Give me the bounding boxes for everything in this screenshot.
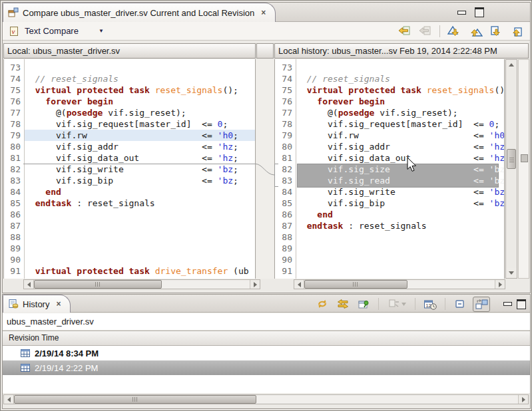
show-time-date-button[interactable]: 12: [422, 297, 438, 311]
code-line[interactable]: [296, 62, 504, 73]
code-area[interactable]: // reset_signals virtual protected task …: [296, 59, 504, 279]
code-token: [25, 266, 35, 276]
line-number: 90: [275, 254, 296, 265]
code-line[interactable]: vif.sig_read <= 'bz;: [296, 175, 504, 186]
scrollbar-track[interactable]: [14, 395, 518, 404]
code-line[interactable]: virtual protected task drive_transfer (u…: [25, 265, 255, 277]
code-token: vif.sig_reset);: [374, 108, 457, 118]
code-area[interactable]: // reset_signals virtual protected task …: [25, 59, 255, 279]
code-line[interactable]: vif.sig_data_out <= 'hz;: [296, 152, 504, 164]
left-code-pane[interactable]: 73747576777879808182838485868788899091 /…: [3, 59, 256, 279]
code-line[interactable]: vif.sig_size <= 'bz;: [296, 164, 504, 175]
horizontal-scrollbar-thumb[interactable]: [14, 395, 256, 404]
copy-all-right-to-left-button[interactable]: [396, 24, 412, 38]
overview-ruler[interactable]: [518, 59, 529, 279]
history-horizontal-scrollbar[interactable]: [3, 394, 529, 404]
link-with-editor-button[interactable]: [335, 297, 351, 311]
code-line[interactable]: [296, 265, 504, 277]
code-token: vif.sig_request[master_id] <=: [25, 119, 218, 129]
code-line[interactable]: vif.sig_data_out <= 'hz;: [25, 152, 255, 164]
viewer-dropdown-icon[interactable]: ▼: [99, 28, 104, 34]
pin-view-button[interactable]: [356, 297, 372, 311]
previous-change-button[interactable]: [509, 24, 525, 38]
maximize-icon[interactable]: [517, 299, 526, 309]
close-icon[interactable]: ×: [56, 299, 61, 309]
code-line[interactable]: [25, 62, 255, 73]
scrollbar-track[interactable]: [304, 280, 495, 289]
minimize-icon[interactable]: [503, 302, 512, 306]
code-line[interactable]: [296, 254, 504, 265]
scroll-left-button[interactable]: [4, 395, 14, 404]
code-token: 'hz: [489, 142, 504, 152]
right-code-pane[interactable]: 73747576777879808182838485868788899091 /…: [274, 59, 505, 279]
code-token: 'bz: [218, 176, 233, 186]
code-line[interactable]: vif.sig_addr <= 'hz;: [25, 141, 255, 152]
code-line[interactable]: forever begin: [296, 96, 504, 107]
code-token: 'hz: [489, 153, 504, 163]
code-line[interactable]: [296, 243, 504, 254]
code-line[interactable]: forever begin: [25, 96, 255, 107]
code-line[interactable]: vif.rw <= 'h0;: [25, 130, 255, 141]
scroll-up-button[interactable]: [506, 60, 517, 70]
diff-marker[interactable]: [521, 154, 528, 162]
horizontal-scrollbar-thumb[interactable]: [34, 280, 162, 289]
code-line[interactable]: vif.sig_bip <= 'bz;: [296, 198, 504, 209]
code-line[interactable]: // reset_signals: [25, 73, 255, 84]
code-line[interactable]: vif.sig_request[master_id] <= 0;: [25, 118, 255, 130]
vertical-scrollbar[interactable]: [505, 59, 517, 279]
left-horizontal-scrollbar[interactable]: [23, 279, 260, 289]
code-line[interactable]: vif.sig_write <= 'bz;: [25, 164, 255, 175]
vertical-scrollbar-thumb[interactable]: [507, 149, 516, 169]
history-toolbar: 12: [314, 296, 526, 312]
code-token: forever begin: [317, 96, 385, 106]
group-revisions-button[interactable]: [473, 297, 490, 312]
scrollbar-track[interactable]: [34, 280, 250, 289]
code-line[interactable]: vif.rw <= 'h0;: [296, 130, 504, 141]
previous-difference-button[interactable]: [467, 24, 483, 38]
code-line[interactable]: vif.sig_write <= 'bz;: [296, 186, 504, 198]
scroll-right-button[interactable]: [250, 280, 260, 289]
history-revision-row[interactable]: 2/19/14 8:34 PM: [3, 346, 530, 360]
scroll-left-button[interactable]: [294, 280, 304, 289]
scroll-left-button[interactable]: [24, 280, 34, 289]
code-line[interactable]: end: [296, 209, 504, 220]
code-line[interactable]: vif.sig_bip <= 'bz;: [25, 175, 255, 186]
code-token: endtask: [35, 198, 72, 208]
history-tab[interactable]: History ×: [3, 295, 71, 313]
code-line[interactable]: endtask : reset_signals: [25, 198, 255, 209]
column-header-revision-time[interactable]: Revision Time: [3, 331, 530, 346]
code-line[interactable]: [25, 231, 255, 243]
line-number: 73: [275, 62, 296, 73]
close-icon[interactable]: ×: [261, 8, 266, 17]
code-line[interactable]: [25, 209, 255, 220]
code-line[interactable]: virtual protected task reset_signals();: [25, 84, 255, 96]
code-line[interactable]: end: [25, 186, 255, 198]
scroll-right-button[interactable]: [518, 395, 528, 404]
code-token: vif.rw <=: [25, 130, 218, 140]
code-line[interactable]: vif.sig_addr <= 'hz;: [296, 141, 504, 152]
code-line[interactable]: // reset_signals: [296, 73, 504, 84]
history-tab-title: History: [23, 299, 49, 309]
next-change-button[interactable]: [488, 24, 504, 38]
collapse-all-button[interactable]: [452, 297, 468, 311]
code-line[interactable]: endtask : reset_signals: [296, 220, 504, 231]
code-line[interactable]: [296, 231, 504, 243]
code-line[interactable]: [25, 254, 255, 265]
code-line[interactable]: @(posedge vif.sig_reset);: [296, 107, 504, 118]
scroll-right-button[interactable]: [495, 280, 505, 289]
compare-editor-tab[interactable]: Compare ubus_master_driver.sv Current an…: [3, 3, 276, 22]
next-difference-button[interactable]: [447, 24, 463, 38]
code-line[interactable]: vif.sig_request[master_id] <= 0;: [296, 118, 504, 130]
code-line[interactable]: [25, 220, 255, 231]
refresh-button[interactable]: [314, 297, 330, 311]
horizontal-scrollbar-thumb[interactable]: [304, 280, 407, 289]
right-horizontal-scrollbar[interactable]: [294, 279, 505, 289]
maximize-icon[interactable]: [475, 7, 484, 17]
code-line[interactable]: [25, 243, 255, 254]
history-revision-row[interactable]: 2/19/14 2:22 PM: [3, 360, 530, 375]
code-line[interactable]: virtual protected task reset_signals();: [296, 84, 504, 96]
scroll-down-button[interactable]: [506, 268, 517, 278]
minimize-icon[interactable]: [457, 11, 466, 15]
code-line[interactable]: @(posedge vif.sig_reset);: [25, 107, 255, 118]
code-token: [25, 85, 35, 95]
